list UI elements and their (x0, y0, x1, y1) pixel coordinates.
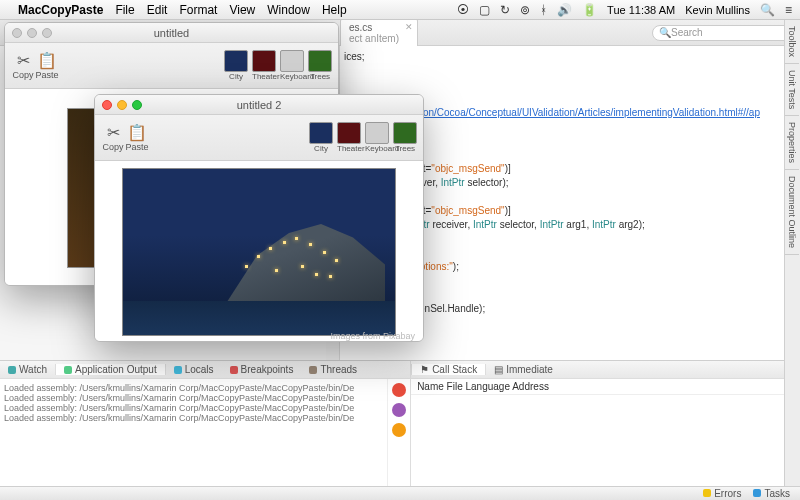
thumb-city[interactable]: City (309, 122, 333, 153)
thumbnail-row: City Theater Keyboard Trees (309, 122, 417, 153)
clipboard-icon: 📋 (35, 51, 59, 70)
image-credit: Images from Pixabay (330, 331, 415, 341)
menubar-user[interactable]: Kevin Mullins (685, 4, 750, 16)
editor-tab-filename: es.cs (349, 22, 372, 33)
callstack-body[interactable] (411, 395, 784, 486)
thumb-theater[interactable]: Theater (252, 50, 276, 81)
airplay-icon[interactable]: ▢ (479, 3, 490, 17)
thumbnail-row: City Theater Keyboard Trees (224, 50, 332, 81)
notification-center-icon[interactable]: ≡ (785, 3, 792, 17)
image-content: Images from Pixabay (95, 161, 423, 342)
ide-search-input[interactable]: 🔍 Search (652, 25, 792, 41)
battery-icon[interactable]: 🔋 (582, 3, 597, 17)
callstack-header: Name File Language Address (411, 379, 784, 395)
sidebar-unit-tests[interactable]: Unit Tests (785, 64, 799, 116)
thumb-city[interactable]: City (224, 50, 248, 81)
sync-icon[interactable]: ↻ (500, 3, 510, 17)
menu-format[interactable]: Format (179, 3, 217, 17)
output-line: Loaded assembly: /Users/kmullins/Xamarin… (4, 403, 383, 413)
output-body[interactable]: Loaded assembly: /Users/kmullins/Xamarin… (0, 379, 387, 486)
refresh-icon[interactable] (392, 423, 406, 437)
status-tasks[interactable]: Tasks (753, 488, 790, 499)
menu-file[interactable]: File (115, 3, 134, 17)
thumb-trees[interactable]: Trees (308, 50, 332, 81)
tab-application-output[interactable]: Application Output (55, 364, 166, 375)
output-panel: Watch Application Output Locals Breakpoi… (0, 361, 411, 486)
paste-button[interactable]: 📋Paste (125, 123, 149, 152)
copy-button[interactable]: ✂︎Copy (11, 51, 35, 80)
editor-tab-sub: ect anItem) (349, 33, 399, 44)
ide-right-sidebar: Toolbox Unit Tests Properties Document O… (784, 20, 800, 486)
output-line: Loaded assembly: /Users/kmullins/Xamarin… (4, 393, 383, 403)
output-side-icons (387, 379, 410, 486)
copy-button[interactable]: ✂︎Copy (101, 123, 125, 152)
scissors-icon: ✂︎ (101, 123, 125, 142)
output-line: Loaded assembly: /Users/kmullins/Xamarin… (4, 413, 383, 423)
sidebar-toolbox[interactable]: Toolbox (785, 20, 799, 64)
bluetooth-icon[interactable]: ᚼ (540, 3, 547, 17)
tab-watch[interactable]: Watch (0, 364, 55, 375)
window-title: untitled (154, 27, 189, 39)
paste-button[interactable]: 📋Paste (35, 51, 59, 80)
toolbar: ✂︎Copy 📋Paste City Theater Keyboard Tree… (5, 43, 338, 89)
menu-edit[interactable]: Edit (147, 3, 168, 17)
toolbar: ✂︎Copy 📋Paste City Theater Keyboard Tree… (95, 115, 423, 161)
status-errors[interactable]: Errors (703, 488, 741, 499)
search-placeholder: Search (671, 27, 703, 38)
traffic-lights[interactable] (102, 100, 142, 110)
ide-bottom-panel: Watch Application Output Locals Breakpoi… (0, 360, 784, 486)
menu-view[interactable]: View (229, 3, 255, 17)
tab-call-stack[interactable]: ⚑Call Stack (411, 364, 486, 375)
menu-help[interactable]: Help (322, 3, 347, 17)
thumb-keyboard[interactable]: Keyboard (280, 50, 304, 81)
stop-icon[interactable] (392, 383, 406, 397)
scissors-icon: ✂︎ (11, 51, 35, 70)
image-coastal-night (122, 168, 396, 336)
wifi-icon[interactable]: ⊚ (520, 3, 530, 17)
callstack-panel: ⚑Call Stack ▤Immediate Name File Languag… (411, 361, 784, 486)
thumb-trees[interactable]: Trees (393, 122, 417, 153)
status-icon[interactable]: ⦿ (457, 3, 469, 17)
close-icon[interactable]: ✕ (405, 22, 413, 32)
macos-menubar: MacCopyPaste File Edit Format View Windo… (0, 0, 800, 20)
spotlight-icon[interactable]: 🔍 (760, 3, 775, 17)
thumb-theater[interactable]: Theater (337, 122, 361, 153)
volume-icon[interactable]: 🔊 (557, 3, 572, 17)
clipboard-icon: 📋 (125, 123, 149, 142)
ide-statusbar: Errors Tasks (0, 486, 800, 500)
titlebar[interactable]: untitled 2 (95, 95, 423, 115)
editor-tab[interactable]: es.cs ect anItem) ✕ (340, 18, 418, 47)
menu-window[interactable]: Window (267, 3, 310, 17)
tab-breakpoints[interactable]: Breakpoints (222, 364, 302, 375)
output-line: Loaded assembly: /Users/kmullins/Xamarin… (4, 383, 383, 393)
app-window-untitled-2[interactable]: untitled 2 ✂︎Copy 📋Paste City Theater Ke… (94, 94, 424, 342)
menubar-clock[interactable]: Tue 11:38 AM (607, 4, 675, 16)
thumb-keyboard[interactable]: Keyboard (365, 122, 389, 153)
debug-icon[interactable] (392, 403, 406, 417)
tab-locals[interactable]: Locals (166, 364, 222, 375)
tab-immediate[interactable]: ▤Immediate (486, 364, 561, 375)
app-menu[interactable]: MacCopyPaste (18, 3, 103, 17)
sidebar-properties[interactable]: Properties (785, 116, 799, 170)
traffic-lights[interactable] (12, 28, 52, 38)
window-title: untitled 2 (237, 99, 282, 111)
sidebar-document-outline[interactable]: Document Outline (785, 170, 799, 255)
titlebar[interactable]: untitled (5, 23, 338, 43)
tab-threads[interactable]: Threads (301, 364, 365, 375)
menubar-right: ⦿ ▢ ↻ ⊚ ᚼ 🔊 🔋 Tue 11:38 AM Kevin Mullins… (457, 3, 792, 17)
